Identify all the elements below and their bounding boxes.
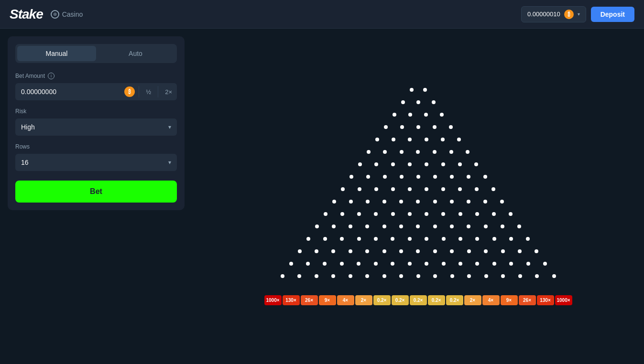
peg [400, 175, 404, 179]
rows-label: Rows [15, 143, 177, 150]
bucket: 2× [355, 295, 372, 305]
bucket: 130× [537, 295, 554, 305]
peg [475, 262, 479, 266]
rows-select[interactable]: 8910 111213 141516 [15, 154, 177, 171]
peg [400, 150, 404, 154]
peg [509, 262, 513, 266]
double-button[interactable]: 2× [160, 85, 177, 99]
bucket: 1000× [555, 295, 572, 305]
peg [315, 249, 318, 253]
peg [365, 249, 369, 253]
peg-row [358, 162, 479, 166]
half-button[interactable]: ½ [141, 85, 156, 99]
peg [526, 237, 530, 241]
peg [449, 125, 453, 129]
peg [349, 249, 352, 253]
peg [289, 262, 293, 266]
peg [331, 274, 335, 278]
peg [526, 262, 530, 266]
bucket: 9× [501, 295, 518, 305]
peg-row [393, 113, 444, 117]
peg [535, 249, 538, 253]
peg [365, 225, 369, 228]
peg [408, 237, 412, 241]
peg [450, 200, 454, 203]
peg [441, 187, 445, 191]
peg [382, 274, 386, 278]
risk-label: Risk [15, 108, 177, 115]
peg [483, 200, 487, 203]
peg [366, 175, 370, 179]
peg [467, 274, 471, 278]
peg [416, 274, 420, 278]
peg [324, 212, 327, 216]
bucket: 0.2× [373, 295, 391, 305]
peg [340, 237, 344, 241]
peg [552, 274, 556, 278]
risk-select[interactable]: Low Medium High [15, 118, 177, 136]
peg-row [281, 274, 556, 278]
peg [466, 150, 469, 154]
peg [484, 225, 488, 228]
peg-row [375, 138, 461, 141]
peg [432, 100, 436, 104]
bet-input[interactable] [15, 83, 124, 100]
bucket: 26× [519, 295, 536, 305]
peg [424, 113, 428, 117]
peg [433, 125, 437, 129]
peg [416, 249, 420, 253]
peg [458, 162, 462, 166]
peg [484, 249, 488, 253]
peg [501, 274, 505, 278]
peg [349, 274, 352, 278]
peg [475, 187, 479, 191]
peg [391, 187, 395, 191]
peg [306, 237, 310, 241]
balance-display[interactable]: 0.00000010 ₿ ▾ [521, 6, 586, 22]
peg [384, 125, 388, 129]
bet-button[interactable]: Bet [15, 181, 177, 203]
peg [392, 138, 395, 141]
peg [281, 274, 284, 278]
peg-row [410, 88, 427, 92]
balance-value: 0.00000010 [527, 11, 560, 18]
peg [501, 249, 505, 253]
peg [383, 150, 387, 154]
peg [357, 212, 361, 216]
peg [399, 274, 403, 278]
peg [358, 162, 362, 166]
left-panel: Manual Auto Bet Amount i ₿ ½ 2× Risk [8, 36, 185, 210]
peg [408, 113, 412, 117]
peg [374, 162, 378, 166]
bet-btc-icon: ₿ [124, 86, 135, 97]
deposit-button[interactable]: Deposit [591, 7, 634, 22]
peg [340, 262, 344, 266]
peg [375, 138, 379, 141]
casino-nav[interactable]: ⊕ Casino [51, 10, 83, 19]
peg [425, 262, 428, 266]
peg-row [315, 225, 522, 228]
peg [425, 162, 428, 166]
bucket: 0.2× [410, 295, 427, 305]
peg [492, 237, 496, 241]
peg [458, 237, 462, 241]
peg [340, 212, 344, 216]
peg-row [332, 200, 504, 203]
bucket: 9× [319, 295, 336, 305]
tab-manual[interactable]: Manual [17, 46, 96, 61]
peg [357, 262, 360, 266]
plinko-board [281, 88, 556, 287]
peg [374, 262, 378, 266]
peg [332, 225, 336, 228]
peg [433, 249, 437, 253]
peg-row [324, 212, 513, 216]
peg [374, 212, 378, 216]
peg [400, 125, 404, 129]
peg [457, 138, 461, 141]
peg [458, 212, 462, 216]
peg [509, 212, 513, 216]
peg [349, 200, 353, 203]
tab-auto[interactable]: Auto [96, 46, 175, 61]
peg [383, 175, 387, 179]
peg [492, 212, 496, 216]
